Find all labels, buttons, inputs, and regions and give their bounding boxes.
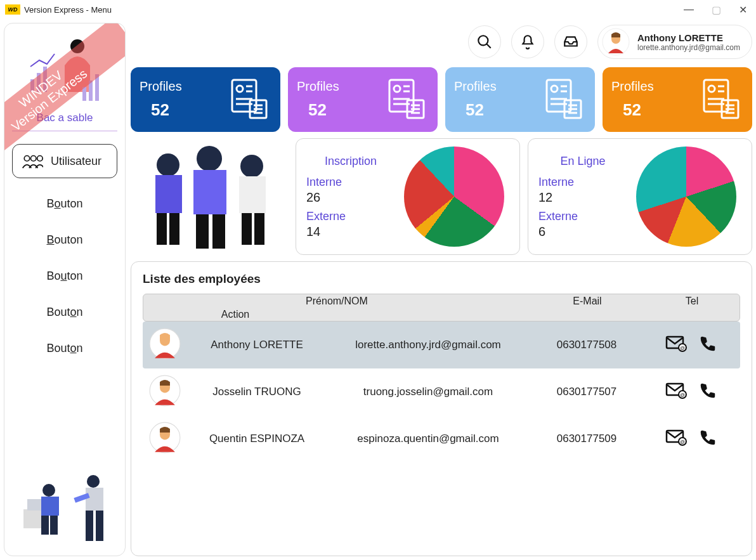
svg-rect-74: [242, 213, 252, 245]
svg-rect-17: [86, 488, 103, 511]
window-minimize-icon[interactable]: —: [684, 4, 694, 16]
svg-rect-1: [37, 73, 41, 92]
svg-text:@: @: [680, 345, 685, 351]
table-row[interactable]: Anthony LORETTE lorette.anthony.jrd@gmai…: [143, 322, 740, 368]
document-icon: [699, 77, 743, 122]
card-label: Profiles: [297, 79, 339, 94]
svg-point-68: [197, 146, 222, 171]
svg-rect-15: [50, 516, 58, 535]
svg-rect-5: [89, 81, 93, 101]
svg-rect-20: [96, 511, 103, 541]
sidebar: WINDEV Version Express Bac a sable: [4, 23, 126, 556]
people-illustration: [131, 138, 288, 255]
interne-label: Interne: [306, 176, 395, 189]
cell-tel: 0630177507: [530, 386, 644, 398]
svg-rect-14: [41, 516, 49, 535]
col-email: E-Mail: [530, 296, 644, 307]
document-icon: [542, 77, 586, 122]
pie-chart-enligne: [636, 147, 736, 247]
sidebar-item-bouton[interactable]: Bouton: [4, 186, 125, 222]
row-call-button[interactable]: [698, 334, 717, 356]
sidebar-item-bouton[interactable]: Bouton: [4, 258, 125, 294]
card-value: 52: [466, 100, 497, 120]
svg-rect-67: [169, 213, 179, 245]
cell-name: Quentin ESPINOZA: [187, 433, 327, 445]
stat-card-profiles[interactable]: Profiles52: [131, 67, 280, 132]
externe-value: 14: [306, 225, 395, 239]
email-action-icon: @: [665, 428, 687, 446]
sidebar-title: Bac a sable: [4, 112, 125, 136]
user-menu[interactable]: Anthony LORETTE lorette.anthony.jrd@gmai…: [597, 25, 752, 59]
cell-email: espinoza.quentin@gmail.com: [327, 433, 530, 445]
email-action-icon: @: [665, 381, 687, 399]
svg-point-72: [240, 155, 263, 178]
svg-rect-71: [212, 214, 225, 249]
svg-text:@: @: [680, 392, 685, 398]
svg-rect-70: [196, 214, 209, 249]
phone-action-icon: [698, 334, 717, 353]
svg-line-22: [486, 44, 491, 48]
app-logo-icon: WD: [5, 4, 20, 15]
window-maximize-icon[interactable]: ▢: [712, 4, 721, 16]
search-icon: [476, 34, 493, 50]
svg-point-64: [157, 153, 179, 176]
sidebar-item-label: Utilisateur: [51, 155, 101, 168]
col-tel: Tel: [644, 296, 740, 307]
inbox-button[interactable]: [554, 25, 587, 58]
externe-label: Externe: [538, 210, 627, 223]
svg-rect-24: [232, 80, 256, 112]
sidebar-item-bouton[interactable]: Bouton: [4, 222, 125, 258]
svg-point-3: [70, 39, 84, 53]
svg-rect-75: [254, 213, 264, 245]
document-icon: [384, 77, 429, 122]
avatar-icon: [149, 422, 181, 453]
sidebar-item-utilisateur[interactable]: Utilisateur: [12, 144, 117, 178]
interne-label: Interne: [538, 176, 627, 189]
notifications-button[interactable]: [511, 25, 544, 58]
row-call-button[interactable]: [698, 381, 717, 403]
card-label: Profiles: [454, 79, 497, 94]
pie-chart-inscription: [404, 147, 504, 247]
sidebar-item-bouton[interactable]: Bouton: [4, 330, 125, 367]
table-header: Prénom/NOM E-Mail Tel Action: [143, 294, 740, 322]
window-close-icon[interactable]: ✕: [739, 4, 747, 16]
users-icon: [22, 152, 43, 170]
avatar-icon: [149, 375, 181, 407]
svg-text:@: @: [680, 439, 685, 445]
svg-rect-34: [389, 80, 414, 112]
cell-email: truong.josselin@gmail.com: [327, 386, 530, 398]
bell-icon: [519, 34, 536, 50]
table-row[interactable]: Quentin ESPINOZA espinoza.quentin@gmail.…: [143, 415, 740, 462]
stat-card-profiles[interactable]: Profiles52: [603, 67, 752, 132]
cell-tel: 0630177508: [530, 339, 644, 351]
card-value: 52: [308, 100, 339, 120]
card-value: 52: [151, 100, 182, 120]
avatar-icon: [149, 328, 181, 360]
row-call-button[interactable]: [698, 428, 717, 450]
email-action-icon: @: [665, 334, 687, 352]
svg-rect-2: [43, 67, 47, 92]
svg-rect-19: [86, 511, 93, 541]
user-email: lorette.anthony.jrd@gmail.com: [637, 43, 740, 52]
svg-rect-13: [41, 497, 59, 516]
row-email-button[interactable]: @: [665, 334, 687, 356]
svg-point-12: [42, 484, 55, 497]
svg-rect-6: [95, 74, 99, 101]
svg-point-16: [87, 475, 100, 488]
svg-rect-73: [239, 176, 266, 213]
list-title: Liste des employées: [143, 272, 740, 286]
svg-rect-0: [30, 79, 34, 92]
stat-card-profiles[interactable]: Profiles52: [445, 67, 595, 132]
row-email-button[interactable]: @: [665, 428, 687, 450]
document-icon: [227, 77, 271, 122]
row-email-button[interactable]: @: [665, 381, 687, 403]
sidebar-hero-icon: [4, 23, 125, 112]
window-titlebar: WD Version Express - Menu — ▢ ✕: [0, 0, 756, 19]
svg-point-21: [478, 36, 488, 45]
table-row[interactable]: Josselin TRUONG truong.josselin@gmail.co…: [143, 368, 740, 415]
stat-card-profiles[interactable]: Profiles52: [288, 67, 438, 132]
sidebar-item-bouton[interactable]: Bouton: [4, 294, 125, 330]
interne-value: 12: [538, 190, 627, 205]
search-button[interactable]: [468, 25, 501, 58]
phone-action-icon: [698, 428, 717, 447]
